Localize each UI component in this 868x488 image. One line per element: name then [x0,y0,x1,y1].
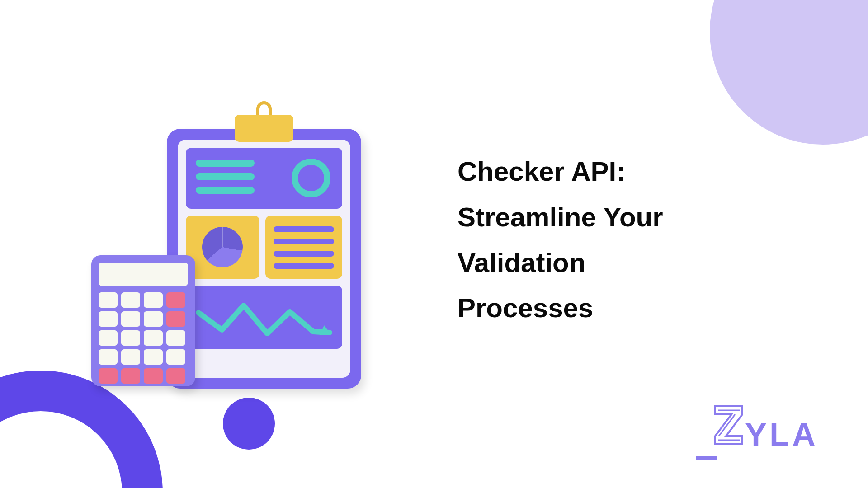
clipboard-illustration [86,108,375,398]
circle-icon [292,159,330,197]
panel-pie [186,216,259,279]
zyla-logo: YLA [713,404,818,451]
board-outer [167,129,361,389]
clipboard-icon [167,117,361,398]
calc-keys [99,292,185,384]
page-title: Checker API: Streamline Your Validation … [458,149,711,331]
decorative-circle-small [223,398,275,450]
logo-z-icon [713,404,744,446]
clip-top [235,115,293,142]
panel-chart [186,286,342,349]
trend-chart-icon [195,295,333,340]
panel-lines-circle [186,148,342,209]
logo-underline [696,456,717,460]
calculator-icon [91,255,195,386]
svg-line-3 [719,414,735,436]
calc-screen [99,263,188,286]
decorative-circle-top [710,0,868,145]
pie-chart-icon [202,227,243,267]
logo-text: YLA [745,418,818,451]
panel-lines [265,216,342,279]
board-inner [178,140,350,378]
